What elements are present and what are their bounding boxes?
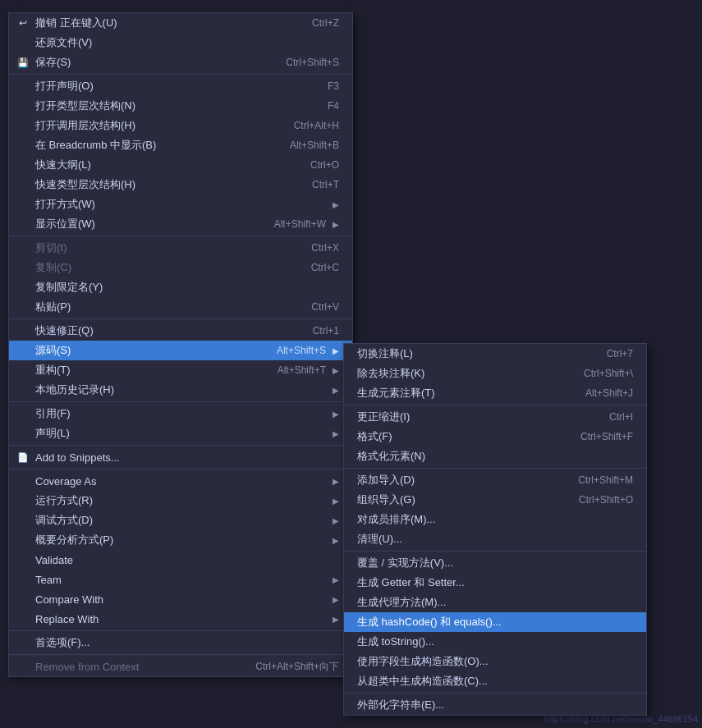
arrow-icon-references: ▶: [333, 410, 339, 419]
arrow-icon-open-with: ▶: [333, 200, 339, 209]
menu-item-cut[interactable]: 剪切(t) Ctrl+X: [9, 238, 352, 258]
submenu-item-externalize-strings[interactable]: 外部化字符串(E)...: [344, 695, 646, 715]
arrow-icon-team: ▶: [333, 575, 339, 584]
menu-label-quick-type: 快速类型层次结构(H): [35, 177, 135, 192]
arrow-icon-show-in: ▶: [333, 220, 339, 229]
separator-4: [9, 401, 352, 402]
menu-label-compare-with: Compare With: [35, 593, 103, 606]
submenu-item-add-element-comment[interactable]: 生成元素注释(T) Alt+Shift+J: [344, 383, 646, 403]
arrow-icon-replace-with: ▶: [333, 615, 339, 624]
shortcut-show-in: Alt+Shift+W: [274, 218, 326, 230]
menu-item-compare-with[interactable]: Compare With ▶: [9, 589, 352, 609]
snippet-icon: 📄: [16, 452, 30, 463]
shortcut-quick-fix: Ctrl+1: [313, 325, 339, 337]
separator-7: [9, 630, 352, 631]
menu-item-preferences[interactable]: 首选项(F)...: [9, 633, 352, 652]
context-menu: ↩ 撤销 正在键入(U) Ctrl+Z 还原文件(V) 💾 保存(S) Ctrl…: [8, 12, 353, 677]
submenu-label-format-element: 格式化元素(N): [357, 449, 425, 464]
shortcut-remove-block-comment: Ctrl+Shift+\: [584, 368, 633, 379]
menu-item-paste[interactable]: 粘贴(P) Ctrl+V: [9, 297, 352, 317]
submenu-separator-3: [344, 551, 646, 552]
menu-label-show-in: 显示位置(W): [35, 217, 95, 231]
submenu-separator-2: [344, 468, 646, 469]
submenu-label-organize-imports: 组织导入(G): [357, 492, 415, 507]
menu-label-copy: 复制(C): [35, 260, 71, 275]
menu-item-show-in[interactable]: 显示位置(W) Alt+Shift+W ▶: [9, 214, 352, 234]
menu-item-quick-outline[interactable]: 快速大纲(L) Ctrl+O: [9, 155, 352, 175]
menu-item-local-history[interactable]: 本地历史记录(H) ▶: [9, 380, 352, 400]
shortcut-paste: Ctrl+V: [311, 301, 339, 313]
menu-item-open-with[interactable]: 打开方式(W) ▶: [9, 195, 352, 214]
submenu-label-format: 格式(F): [357, 429, 392, 444]
submenu-item-generate-hashcode[interactable]: 生成 hashCode() 和 equals()...: [344, 612, 646, 632]
menu-item-team[interactable]: Team ▶: [9, 570, 352, 589]
submenu-item-cleanup[interactable]: 清理(U)...: [344, 529, 646, 549]
submenu-item-use-field-constructor[interactable]: 使用字段生成构造函数(O)...: [344, 652, 646, 671]
menu-item-add-snippets[interactable]: 📄 Add to Snippets...: [9, 447, 352, 467]
shortcut-toggle-comment: Ctrl+7: [607, 348, 633, 359]
submenu-label-externalize-strings: 外部化字符串(E)...: [357, 698, 444, 712]
separator-2: [9, 236, 352, 236]
submenu-item-remove-block-comment[interactable]: 除去块注释(K) Ctrl+Shift+\: [344, 364, 646, 383]
menu-item-undo[interactable]: ↩ 撤销 正在键入(U) Ctrl+Z: [9, 13, 352, 33]
menu-label-add-snippets: Add to Snippets...: [35, 451, 120, 464]
menu-item-run-as[interactable]: 运行方式(R) ▶: [9, 491, 352, 511]
menu-item-refactor[interactable]: 重构(T) Alt+Shift+T ▶: [9, 360, 352, 380]
menu-item-validate[interactable]: Validate: [9, 550, 352, 570]
submenu-item-generate-getset[interactable]: 生成 Getter 和 Setter...: [344, 573, 646, 593]
arrow-icon-source: ▶: [333, 346, 339, 355]
shortcut-organize-imports: Ctrl+Shift+O: [579, 494, 633, 506]
arrow-icon-profile-as: ▶: [333, 536, 339, 545]
menu-item-profile-as[interactable]: 概要分析方式(P) ▶: [9, 530, 352, 550]
shortcut-save: Ctrl+Shift+S: [286, 57, 339, 68]
submenu-item-add-import[interactable]: 添加导入(D) Ctrl+Shift+M: [344, 470, 646, 490]
menu-label-save: 保存(S): [35, 55, 71, 70]
shortcut-undo: Ctrl+Z: [312, 17, 339, 29]
shortcut-quick-type: Ctrl+T: [312, 179, 339, 190]
menu-item-copy[interactable]: 复制(C) Ctrl+C: [9, 258, 352, 277]
submenu-item-organize-imports[interactable]: 组织导入(G) Ctrl+Shift+O: [344, 490, 646, 510]
submenu-item-generate-tostring[interactable]: 生成 toString()...: [344, 632, 646, 652]
shortcut-open-type-hier: F4: [328, 100, 339, 112]
menu-item-declarations[interactable]: 声明(L) ▶: [9, 424, 352, 443]
menu-item-copy-qualified[interactable]: 复制限定名(Y): [9, 277, 352, 297]
menu-label-breadcrumb: 在 Breadcrumb 中显示(B): [35, 138, 156, 153]
submenu-item-format-element[interactable]: 格式化元素(N): [344, 446, 646, 466]
menu-item-open-type-hier[interactable]: 打开类型层次结构(N) F4: [9, 96, 352, 116]
menu-label-declarations: 声明(L): [35, 426, 70, 441]
menu-item-references[interactable]: 引用(F) ▶: [9, 404, 352, 424]
menu-item-source[interactable]: 源码(S) Alt+Shift+S ▶: [9, 341, 352, 360]
menu-item-quick-fix[interactable]: 快速修正(Q) Ctrl+1: [9, 321, 352, 341]
shortcut-breadcrumb: Alt+Shift+B: [290, 140, 339, 151]
arrow-icon-run-as: ▶: [333, 497, 339, 506]
menu-label-profile-as: 概要分析方式(P): [35, 533, 113, 547]
arrow-icon-debug-as: ▶: [333, 516, 339, 525]
menu-item-open-decl[interactable]: 打开声明(O) F3: [9, 76, 352, 96]
menu-item-debug-as[interactable]: 调试方式(D) ▶: [9, 511, 352, 530]
submenu-item-toggle-comment[interactable]: 切换注释(L) Ctrl+7: [344, 344, 646, 364]
submenu-item-use-superclass-constructor[interactable]: 从超类中生成构造函数(C)...: [344, 671, 646, 691]
shortcut-quick-outline: Ctrl+O: [310, 159, 339, 171]
menu-label-copy-qualified: 复制限定名(Y): [35, 280, 103, 295]
menu-label-remove-context: Remove from Context: [35, 661, 139, 673]
menu-item-quick-type[interactable]: 快速类型层次结构(H) Ctrl+T: [9, 175, 352, 195]
menu-item-revert[interactable]: 还原文件(V): [9, 33, 352, 53]
submenu-label-sort-members: 对成员排序(M)...: [357, 512, 435, 527]
menu-item-coverage[interactable]: Coverage As ▶: [9, 471, 352, 491]
menu-item-open-call-hier[interactable]: 打开调用层次结构(H) Ctrl+Alt+H: [9, 116, 352, 135]
menu-item-replace-with[interactable]: Replace With ▶: [9, 609, 352, 629]
menu-item-remove-context[interactable]: Remove from Context Ctrl+Alt+Shift+向下: [9, 657, 352, 676]
menu-label-open-with: 打开方式(W): [35, 197, 95, 212]
source-submenu: 切换注释(L) Ctrl+7 除去块注释(K) Ctrl+Shift+\ 生成元…: [343, 343, 647, 716]
submenu-item-sort-members[interactable]: 对成员排序(M)...: [344, 510, 646, 529]
submenu-item-override-implement[interactable]: 覆盖 / 实现方法(V)...: [344, 553, 646, 573]
menu-label-refactor: 重构(T): [35, 363, 71, 378]
menu-item-breadcrumb[interactable]: 在 Breadcrumb 中显示(B) Alt+Shift+B: [9, 135, 352, 155]
submenu-item-correct-indent[interactable]: 更正缩进(I) Ctrl+I: [344, 407, 646, 427]
menu-item-save[interactable]: 💾 保存(S) Ctrl+Shift+S: [9, 53, 352, 72]
submenu-item-generate-delegate[interactable]: 生成代理方法(M)...: [344, 593, 646, 612]
shortcut-open-call-hier: Ctrl+Alt+H: [294, 120, 339, 131]
separator-3: [9, 318, 352, 319]
submenu-item-format[interactable]: 格式(F) Ctrl+Shift+F: [344, 427, 646, 446]
save-icon: 💾: [16, 57, 30, 68]
